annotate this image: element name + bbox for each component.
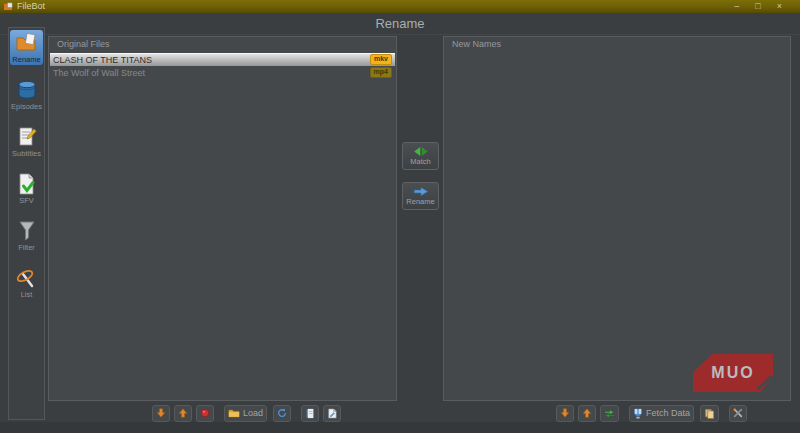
filebot-window: FileBot – □ × Rename Rename Episodes bbox=[0, 0, 800, 433]
rename-icon bbox=[15, 32, 39, 54]
maximize-button[interactable]: □ bbox=[755, 0, 760, 13]
fetch-data-icon bbox=[633, 408, 643, 419]
arrow-down-icon bbox=[156, 408, 166, 418]
match-button-label: Match bbox=[410, 157, 430, 166]
settings-tools-button[interactable] bbox=[729, 405, 747, 422]
fetch-data-button-label: Fetch Data bbox=[646, 408, 690, 418]
sidebar-item-rename[interactable]: Rename bbox=[10, 30, 43, 65]
app-icon bbox=[4, 2, 13, 11]
original-files-toolbar: Load bbox=[152, 404, 341, 422]
sidebar-item-list[interactable]: List bbox=[10, 265, 43, 300]
file-row[interactable]: The Wolf of Wall Street mp4 bbox=[50, 66, 395, 79]
folder-icon bbox=[228, 408, 240, 418]
sidebar-item-sfv[interactable]: SFV bbox=[10, 171, 43, 206]
move-down-button[interactable] bbox=[556, 405, 574, 422]
arrow-up-icon bbox=[582, 408, 592, 418]
move-up-button[interactable] bbox=[174, 405, 192, 422]
close-button[interactable]: × bbox=[777, 0, 782, 13]
file-extension-badge: mp4 bbox=[370, 67, 392, 78]
list-icon bbox=[15, 267, 39, 289]
swap-arrows-icon bbox=[604, 409, 615, 418]
match-icon bbox=[413, 147, 429, 156]
titlebar: FileBot – □ × bbox=[0, 0, 800, 13]
sidebar-item-label: SFV bbox=[19, 196, 34, 205]
file-name: The Wolf of Wall Street bbox=[53, 68, 145, 78]
rename-arrow-icon bbox=[413, 187, 429, 196]
sidebar-item-label: List bbox=[21, 290, 33, 299]
episodes-icon bbox=[15, 79, 39, 101]
sfv-icon bbox=[15, 173, 39, 195]
window-title: FileBot bbox=[17, 0, 45, 13]
filter-icon bbox=[15, 220, 39, 242]
muo-watermark: MUO bbox=[693, 354, 773, 392]
record-dot-icon bbox=[200, 408, 210, 418]
original-files-panel: Original Files CLASH OF THE TITANS mkv T… bbox=[48, 36, 397, 401]
sidebar-item-subtitles[interactable]: Subtitles bbox=[10, 124, 43, 159]
file-row[interactable]: CLASH OF THE TITANS mkv bbox=[50, 53, 395, 66]
minimize-button[interactable]: – bbox=[734, 0, 739, 13]
swap-button[interactable] bbox=[600, 405, 619, 422]
history-button[interactable] bbox=[301, 405, 319, 422]
window-footer bbox=[0, 422, 800, 433]
sidebar-item-episodes[interactable]: Episodes bbox=[10, 77, 43, 112]
muo-watermark-text: MUO bbox=[711, 364, 754, 382]
subtitles-icon bbox=[15, 126, 39, 148]
new-names-panel: New Names MUO bbox=[443, 36, 791, 401]
fetch-data-button[interactable]: Fetch Data bbox=[629, 405, 694, 422]
copy-pages-icon bbox=[704, 408, 715, 419]
sync-button[interactable] bbox=[273, 405, 291, 422]
match-button[interactable]: Match bbox=[402, 142, 439, 170]
move-down-button[interactable] bbox=[152, 405, 170, 422]
sidebar-item-label: Filter bbox=[18, 243, 35, 252]
history-book-icon bbox=[305, 408, 315, 419]
load-button[interactable]: Load bbox=[224, 405, 267, 422]
new-names-toolbar: Fetch Data bbox=[556, 404, 747, 422]
remove-button[interactable] bbox=[196, 405, 214, 422]
sidebar-item-label: Episodes bbox=[11, 102, 42, 111]
load-button-label: Load bbox=[243, 408, 263, 418]
edit-page-icon bbox=[327, 408, 337, 419]
original-files-caption: Original Files bbox=[57, 39, 110, 49]
edit-format-button[interactable] bbox=[323, 405, 341, 422]
sidebar-item-label: Rename bbox=[12, 55, 40, 64]
page-title: Rename bbox=[0, 13, 800, 35]
sidebar-item-label: Subtitles bbox=[12, 149, 41, 158]
file-name: CLASH OF THE TITANS bbox=[53, 55, 152, 65]
sidebar: Rename Episodes Subtitles bbox=[8, 27, 45, 420]
file-extension-badge: mkv bbox=[370, 54, 392, 65]
copy-button[interactable] bbox=[700, 405, 719, 422]
new-names-caption: New Names bbox=[452, 39, 501, 49]
sync-arrows-icon bbox=[277, 408, 287, 418]
arrow-up-icon bbox=[178, 408, 188, 418]
original-files-list: CLASH OF THE TITANS mkv The Wolf of Wall… bbox=[50, 53, 395, 79]
rename-button-label: Rename bbox=[406, 197, 434, 206]
move-up-button[interactable] bbox=[578, 405, 596, 422]
wrench-icon bbox=[733, 408, 743, 418]
sidebar-item-filter[interactable]: Filter bbox=[10, 218, 43, 253]
arrow-down-icon bbox=[560, 408, 570, 418]
rename-button[interactable]: Rename bbox=[402, 182, 439, 210]
